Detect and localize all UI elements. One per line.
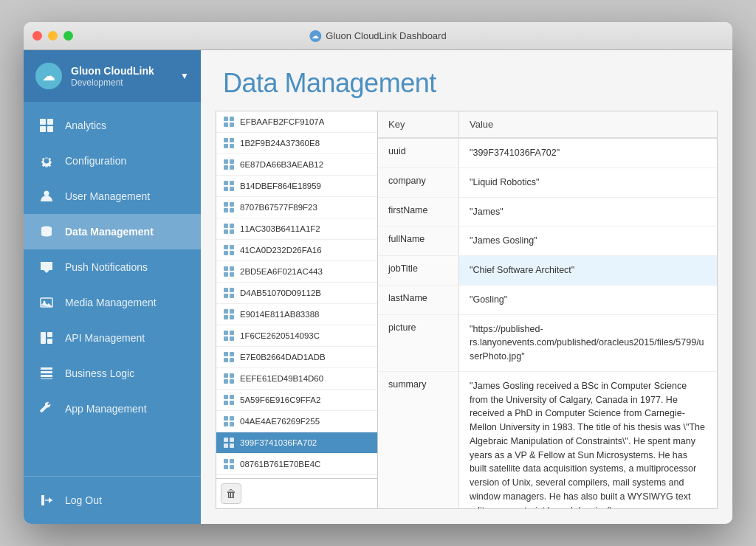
list-scroll[interactable]: EFBAAFB2FCF9107A1B2F9B24A37360E86E87DA66…	[216, 111, 377, 478]
detail-key: picture	[378, 315, 459, 371]
chat-icon	[38, 259, 55, 275]
detail-key: summary	[378, 372, 459, 508]
data-area: EFBAAFB2FCF9107A1B2F9B24A37360E86E87DA66…	[201, 111, 732, 524]
list-item-text: 04AE4AE76269F255	[240, 417, 320, 426]
svg-rect-2	[40, 126, 46, 132]
detail-rows-scroll[interactable]: uuid"399F3741036FA702"company"Liquid Rob…	[378, 139, 717, 508]
list-item[interactable]: 5A59F6E916C9FFA2	[216, 390, 377, 411]
svg-rect-10	[47, 339, 52, 344]
detail-key: jobTitle	[378, 256, 459, 285]
value-column-header: Value	[459, 111, 717, 137]
detail-row[interactable]: jobTitle"Chief Software Architect"	[378, 256, 717, 286]
list-item[interactable]: 04AE4AE76269F255	[216, 411, 377, 432]
detail-key: fullName	[378, 227, 459, 255]
detail-row[interactable]: fullName"James Gosling"	[378, 227, 717, 256]
list-item-icon	[224, 459, 234, 469]
list-item[interactable]: E7E0B2664DAD1ADB	[216, 347, 377, 368]
sidebar-item-configuration[interactable]: Configuration	[24, 143, 201, 179]
detail-row[interactable]: summary"James Gosling received a BSc in …	[378, 372, 717, 508]
list-item[interactable]: 1B2F9B24A37360E8	[216, 133, 377, 154]
window-controls	[32, 31, 73, 41]
detail-value: "Chief Software Architect"	[459, 256, 717, 285]
sidebar-item-analytics[interactable]: Analytics	[24, 108, 201, 143]
sidebar-item-media-management[interactable]: Media Management	[24, 285, 201, 320]
minimize-button[interactable]	[48, 31, 58, 41]
list-item[interactable]: 399F3741036FA702	[216, 432, 377, 454]
analytics-label: Analytics	[65, 120, 106, 131]
business-logic-label: Business Logic	[65, 367, 134, 379]
list-item-text: EEFE61ED49B14D60	[240, 374, 323, 383]
app-window: ☁ Gluon CloudLink Dashboard ☁ Gluon Clou…	[24, 22, 732, 524]
sidebar-item-logout[interactable]: Log Out	[24, 483, 201, 518]
list-item-text: 399F3741036FA702	[240, 438, 317, 447]
detail-row[interactable]: lastName"Gosling"	[378, 286, 717, 315]
list-item[interactable]: 8707B67577F89F23	[216, 197, 377, 218]
list-item-icon	[224, 202, 234, 212]
list-item[interactable]: E9014E811AB83388	[216, 304, 377, 325]
sidebar-item-user-management[interactable]: User Management	[24, 179, 201, 214]
detail-table-header: Key Value	[378, 111, 717, 139]
configuration-label: Configuration	[65, 155, 126, 167]
list-item-icon	[224, 117, 234, 127]
logout-label: Log Out	[65, 494, 102, 506]
svg-rect-13	[41, 375, 52, 377]
list-item-text: E7E0B2664DAD1ADB	[240, 353, 326, 362]
sidebar-footer: Log Out	[24, 476, 201, 524]
detail-row[interactable]: company"Liquid Robotics"	[378, 168, 717, 198]
svg-rect-9	[47, 332, 52, 337]
list-item-icon	[224, 416, 234, 426]
list-item-icon	[224, 395, 234, 405]
svg-rect-0	[40, 119, 46, 125]
detail-row[interactable]: uuid"399F3741036FA702"	[378, 139, 717, 168]
maximize-button[interactable]	[63, 31, 73, 41]
gear-icon	[38, 153, 55, 169]
list-item[interactable]: 6E87DA66B3AEAB12	[216, 154, 377, 176]
list-item[interactable]: EFBAAFB2FCF9107A	[216, 111, 377, 133]
svg-point-4	[44, 191, 49, 196]
detail-row[interactable]: picture"https://published-rs.lanyonevent…	[378, 315, 717, 372]
list-item-text: 6E87DA66B3AEAB12	[240, 160, 323, 169]
list-item[interactable]: 2BD5EA6F021AC443	[216, 261, 377, 283]
list-item[interactable]: D4AB51070D09112B	[216, 283, 377, 304]
delete-button[interactable]: 🗑	[221, 483, 241, 504]
sidebar-item-business-logic[interactable]: Business Logic	[24, 356, 201, 391]
list-item[interactable]: EEFE61ED49B14D60	[216, 368, 377, 390]
titlebar: ☁ Gluon CloudLink Dashboard	[24, 22, 732, 50]
list-item-text: 1F6CE2620514093C	[240, 331, 320, 340]
sidebar-header: ☁ Gluon CloudLink Development ▼	[24, 50, 201, 102]
list-item[interactable]: B14DBEF864E18959	[216, 176, 377, 197]
sidebar-item-data-management[interactable]: Data Management	[24, 214, 201, 249]
detail-table-wrapper: Key Value uuid"399F3741036FA702"company"…	[378, 111, 717, 508]
list-item-text: EFBAAFB2FCF9107A	[240, 117, 324, 126]
list-item-icon	[224, 331, 234, 341]
svg-rect-1	[47, 119, 53, 125]
list-item[interactable]: 11AC303B6411A1F2	[216, 218, 377, 240]
app-icon: ☁	[309, 30, 321, 42]
sidebar-chevron-icon: ▼	[180, 71, 189, 81]
content-area: Data Management EFBAAFB2FCF9107A1B2F9B24…	[201, 50, 732, 524]
list-item-icon	[224, 352, 234, 362]
image-icon	[38, 294, 55, 311]
close-button[interactable]	[32, 31, 42, 41]
api-icon	[38, 330, 55, 346]
list-item-icon	[224, 159, 234, 170]
list-item[interactable]: 08761B761E70BE4C	[216, 454, 377, 475]
page-title: Data Management	[223, 68, 710, 99]
sidebar-item-push-notifications[interactable]: Push Notifications	[24, 249, 201, 285]
sidebar-item-api-management[interactable]: API Management	[24, 320, 201, 356]
window-title: ☁ Gluon CloudLink Dashboard	[309, 30, 446, 42]
list-item[interactable]: 41CA0D232D26FA16	[216, 240, 377, 261]
list-item-icon	[224, 288, 234, 298]
detail-panel: Key Value uuid"399F3741036FA702"company"…	[378, 111, 718, 509]
list-item-icon	[224, 373, 234, 384]
list-item-text: 11AC303B6411A1F2	[240, 224, 320, 233]
sidebar-item-app-management[interactable]: App Management	[24, 391, 201, 426]
detail-row[interactable]: firstName"James"	[378, 198, 717, 227]
list-item-text: 5A59F6E916C9FFA2	[240, 395, 320, 404]
list-item-icon	[224, 224, 234, 234]
list-panel: EFBAAFB2FCF9107A1B2F9B24A37360E86E87DA66…	[216, 111, 378, 509]
page-header: Data Management	[201, 50, 732, 111]
api-management-label: API Management	[65, 332, 145, 344]
list-item[interactable]: 1F6CE2620514093C	[216, 325, 377, 347]
list-item-text: E9014E811AB83388	[240, 310, 319, 319]
